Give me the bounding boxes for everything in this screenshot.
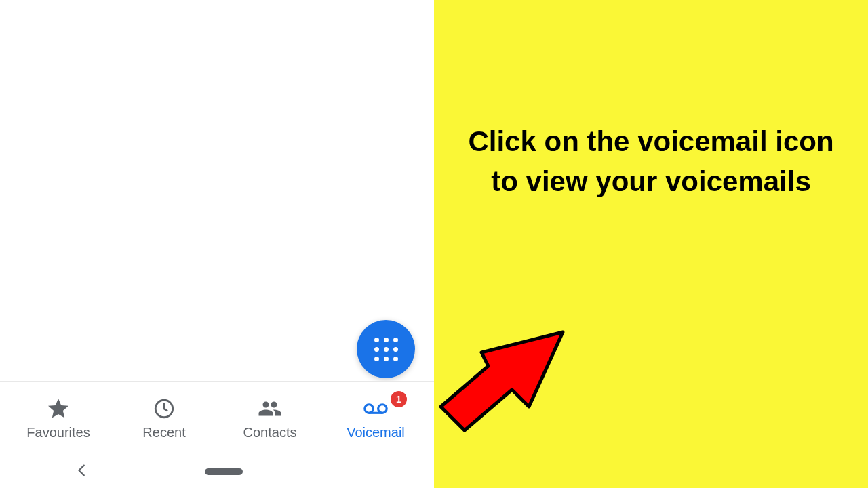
nav-label-favourites: Favourites <box>26 425 90 441</box>
instruction-text: Click on the voicemail icon to view your… <box>434 122 868 202</box>
nav-label-contacts: Contacts <box>243 425 297 441</box>
clock-icon <box>152 396 176 421</box>
svg-point-1 <box>365 405 374 413</box>
star-icon <box>46 396 71 421</box>
home-indicator[interactable] <box>205 468 243 475</box>
phone-app-screen: Favourites Recent Contacts <box>0 0 434 488</box>
nav-label-voicemail: Voicemail <box>347 425 405 441</box>
nav-label-recent: Recent <box>142 425 185 441</box>
dialpad-fab[interactable] <box>357 320 415 378</box>
nav-voicemail[interactable]: 1 Voicemail <box>323 396 429 441</box>
system-navigation <box>0 455 434 488</box>
voicemail-icon <box>363 396 388 421</box>
bottom-navigation: Favourites Recent Contacts <box>0 381 434 455</box>
people-icon <box>258 396 282 421</box>
dialpad-icon <box>374 338 398 361</box>
arrow-annotation <box>434 298 583 436</box>
voicemail-badge: 1 <box>391 391 407 407</box>
nav-favourites[interactable]: Favourites <box>5 396 111 441</box>
svg-point-2 <box>378 405 387 413</box>
nav-recent[interactable]: Recent <box>111 396 217 441</box>
nav-contacts[interactable]: Contacts <box>217 396 323 441</box>
back-button[interactable] <box>75 463 90 481</box>
